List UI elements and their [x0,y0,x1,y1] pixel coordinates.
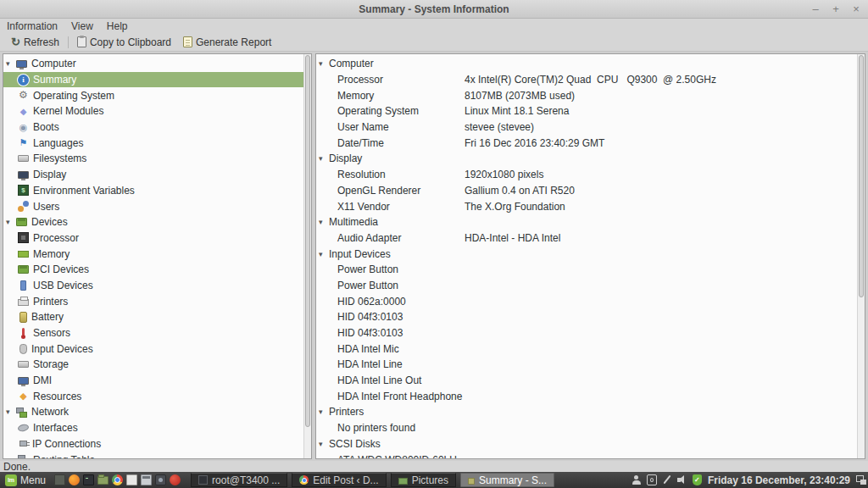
sidebar-item-languages[interactable]: Languages [3,135,311,151]
quick-launchers [52,474,183,485]
expander-icon[interactable]: ▾ [6,404,16,419]
sidebar-item-routing-table[interactable]: Routing Table [3,452,311,459]
sidebar-item-interfaces[interactable]: Interfaces [3,420,311,436]
expander-icon[interactable]: ▾ [319,247,329,262]
sidebar-item-resources[interactable]: Resources [3,388,311,404]
update-shield-icon[interactable] [693,474,702,485]
info-row-hid-062a-0000[interactable]: HID 062a:0000 [316,293,865,309]
terminal-icon[interactable] [83,474,94,485]
expander-icon[interactable]: ▾ [319,214,329,230]
sidebar-item-display[interactable]: Display [3,167,311,183]
info-group-display[interactable]: ▾Display [316,151,865,167]
copy-to-clipboard-button[interactable]: Copy to Clipboard [71,34,177,51]
editor-icon[interactable] [126,474,137,485]
sidebar-item-processor[interactable]: Processor [3,230,311,247]
info-row-power-button[interactable]: Power Button [316,278,865,294]
user-icon[interactable] [632,474,642,485]
menu-item-help[interactable]: Help [107,20,128,32]
taskbar-window-pictures[interactable]: Pictures [391,473,456,487]
info-row-opengl-renderer[interactable]: OpenGL RendererGallium 0.4 on ATI R520 [316,183,865,199]
info-row-operating-system[interactable]: Operating SystemLinux Mint 18.1 Serena [316,103,865,119]
expander-icon[interactable]: ▾ [319,151,329,166]
info-row-power-button[interactable]: Power Button [316,262,865,278]
chrome-icon[interactable] [112,474,123,485]
info-group-printers[interactable]: ▾Printers [316,404,865,420]
info-row-processor[interactable]: Processor4x Intel(R) Core(TM)2 Quad CPU … [316,72,865,88]
menu-button[interactable]: Menu [2,474,49,486]
firefox-icon[interactable] [69,474,80,485]
info-row-hid-04f3-0103[interactable]: HID 04f3:0103 [316,325,865,341]
info-row-user-name[interactable]: User Namestevee (stevee) [316,119,865,136]
volume-icon[interactable] [677,474,687,485]
info-row-x11-vendor[interactable]: X11 VendorThe X.Org Foundation [316,198,865,214]
expander-icon[interactable]: ▾ [6,56,16,71]
info-row-ata-wdc-wd800id-60lu[interactable]: ATA WDC WD800ID-60LU [316,452,865,459]
menu-item-information[interactable]: Information [7,20,58,32]
sidebar-item-pci-devices[interactable]: PCI Devices [3,262,311,278]
printers-icon [18,299,29,306]
sidebar-item-input-devices[interactable]: Input Devices [3,341,311,357]
env-icon [18,185,29,196]
generate-report-button[interactable]: Generate Report [177,34,277,51]
sidebar-item-sensors[interactable]: Sensors [3,325,311,341]
info-row-hda-intel-mic[interactable]: HDA Intel Mic [316,341,865,357]
sidebar-item-usb-devices[interactable]: USB Devices [3,278,311,294]
close-button[interactable]: × [851,0,861,19]
expander-icon[interactable]: ▾ [319,56,329,71]
chrome-small-icon [299,475,309,485]
sidebar-scrollbar[interactable] [303,54,311,458]
sidebar-item-filesystems[interactable]: Filesystems [3,151,311,167]
info-row-hda-intel-line[interactable]: HDA Intel Line [316,357,865,373]
info-row-hda-intel-front-headphone[interactable]: HDA Intel Front Headphone [316,388,865,404]
tree-section-network[interactable]: ▾Network [3,404,311,420]
info-row-hid-04f3-0103[interactable]: HID 04f3:0103 [316,309,865,325]
tree-section-computer[interactable]: ▾Computer [3,56,311,72]
info-group-computer[interactable]: ▾Computer [316,56,865,72]
sidebar-item-battery[interactable]: Battery [3,309,311,325]
minimize-button[interactable]: – [810,0,821,19]
pen-icon[interactable] [662,474,672,485]
content-scrollbar[interactable] [857,54,865,458]
info-group-scsi-disks[interactable]: ▾SCSI Disks [316,436,865,452]
sidebar-item-summary[interactable]: Summary [3,72,311,88]
sidebar-scrollbar-thumb[interactable] [305,55,310,427]
sidebar-item-printers[interactable]: Printers [3,293,311,309]
refresh-button[interactable]: ↻Refresh [5,34,65,51]
info-group-multimedia[interactable]: ▾Multimedia [316,214,865,230]
expander-icon[interactable]: ▾ [6,214,16,230]
media-player-icon[interactable] [170,474,181,485]
taskbar-window-summary-s[interactable]: Summary - S... [460,473,554,487]
files-icon[interactable] [97,476,108,485]
calculator-icon[interactable] [141,474,152,485]
expander-icon[interactable]: ▾ [319,404,329,419]
sidebar-item-dmi[interactable]: DMI [3,373,311,389]
info-row-audio-adapter[interactable]: Audio AdapterHDA-Intel - HDA Intel [316,230,865,247]
info-row-date-time[interactable]: Date/TimeFri 16 Dec 2016 23:40:29 GMT [316,135,865,151]
maximize-button[interactable]: + [831,0,841,19]
sidebar-item-boots[interactable]: Boots [3,119,311,136]
input-method-icon[interactable] [647,474,657,485]
taskbar-window-root-t3400[interactable]: root@T3400 ... [191,473,287,487]
taskbar-window-edit-post-d[interactable]: Edit Post ‹ D... [292,473,386,487]
sidebar-item-kernel-modules[interactable]: Kernel Modules [3,103,311,119]
expander-icon[interactable]: ▾ [319,436,329,452]
show-desktop-icon[interactable] [54,474,65,485]
sidebar-item-users[interactable]: Users [3,198,311,214]
info-row-hda-intel-line-out[interactable]: HDA Intel Line Out [316,373,865,389]
sidebar-item-operating-system[interactable]: Operating System [3,87,311,103]
menu-item-view[interactable]: View [71,20,93,32]
workspace-switcher-icon[interactable] [856,474,866,485]
sidebar-item-ip-connections[interactable]: IP Connections [3,436,311,452]
sidebar-item-memory[interactable]: Memory [3,246,311,262]
info-row-memory[interactable]: Memory8107MB (2073MB used) [316,87,865,103]
sidebar-item-environment-variables[interactable]: Environment Variables [3,183,311,199]
sidebar-item-storage[interactable]: Storage [3,357,311,373]
taskbar-clock[interactable]: Friday 16 December, 23:40:29 [708,474,850,486]
info-row-label: Resolution [337,169,465,180]
content-scrollbar-thumb[interactable] [859,55,864,297]
info-group-input-devices[interactable]: ▾Input Devices [316,246,865,262]
info-row-no-printers-found[interactable]: No printers found [316,420,865,436]
info-row-resolution[interactable]: Resolution1920x1080 pixels [316,167,865,183]
tree-section-devices[interactable]: ▾Devices [3,214,311,230]
screenshot-icon[interactable] [155,474,166,485]
